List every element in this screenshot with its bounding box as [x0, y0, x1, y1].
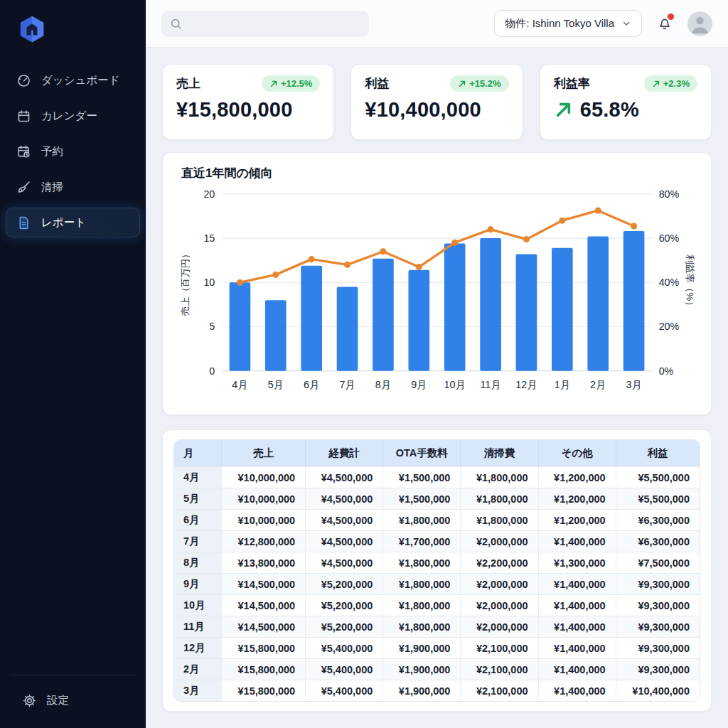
- sidebar-item-label: 清掃: [41, 180, 63, 195]
- table-cell: ¥1,400,000: [538, 573, 616, 594]
- table-cell-month: 9月: [174, 573, 221, 594]
- table-row: 9月¥14,500,000¥5,200,000¥1,800,000¥2,000,…: [174, 573, 700, 594]
- kpi-change-badge: +12.5%: [262, 75, 320, 92]
- kpi-label: 利益率: [554, 75, 590, 92]
- table-cell: ¥4,500,000: [305, 552, 382, 573]
- property-select[interactable]: 物件: Ishinn Tokyo Villa: [494, 10, 642, 37]
- table-cell: ¥2,000,000: [460, 616, 537, 637]
- table-cell: ¥5,200,000: [305, 573, 382, 594]
- table-cell: ¥5,500,000: [616, 466, 700, 488]
- kpi-change-value: +12.5%: [281, 78, 312, 89]
- table-cell-month: 7月: [174, 530, 221, 552]
- svg-text:40%: 40%: [659, 277, 680, 288]
- sidebar-settings: 設定: [6, 685, 140, 715]
- table-cell: ¥2,200,000: [460, 552, 537, 573]
- search-input[interactable]: [188, 18, 360, 29]
- table-cell: ¥5,400,000: [305, 680, 382, 701]
- table-row: 12月¥15,800,000¥5,400,000¥1,900,000¥2,100…: [174, 637, 700, 658]
- notifications-button[interactable]: [653, 12, 676, 35]
- table-cell: ¥9,300,000: [616, 594, 700, 616]
- kpi-value: ¥10,400,000: [365, 98, 481, 122]
- svg-text:7月: 7月: [339, 379, 355, 390]
- table-cell: ¥5,400,000: [305, 658, 382, 680]
- table-cell: ¥2,100,000: [460, 658, 537, 680]
- table-cell: ¥2,000,000: [460, 530, 537, 552]
- svg-text:4月: 4月: [232, 379, 247, 390]
- svg-text:11月: 11月: [480, 379, 500, 390]
- topbar: 物件: Ishinn Tokyo Villa: [146, 0, 728, 48]
- table-cell: ¥1,800,000: [382, 573, 460, 594]
- table-cell: ¥1,900,000: [382, 658, 460, 680]
- table-cell: ¥9,300,000: [616, 573, 700, 594]
- table-row: 7月¥12,800,000¥4,500,000¥1,700,000¥2,000,…: [174, 530, 700, 552]
- user-avatar[interactable]: [687, 11, 712, 36]
- sidebar-item-reports[interactable]: レポート: [6, 208, 140, 237]
- table-cell: ¥1,500,000: [382, 466, 460, 488]
- table-cell: ¥1,900,000: [382, 637, 460, 658]
- sidebar-item-reservations[interactable]: 予約: [6, 136, 140, 166]
- table-cell: ¥4,500,000: [305, 530, 382, 552]
- svg-text:売上（百万円）: 売上（百万円）: [180, 250, 191, 316]
- sidebar-item-calendar[interactable]: カレンダー: [6, 101, 140, 131]
- table-cell-month: 4月: [174, 466, 221, 488]
- sidebar-divider: [10, 675, 136, 675]
- svg-text:8月: 8月: [375, 379, 391, 390]
- sidebar-item-dashboard[interactable]: ダッシュボード: [6, 65, 140, 95]
- report-icon: [16, 215, 31, 230]
- table-cell-month: 6月: [174, 509, 221, 530]
- svg-text:6月: 6月: [304, 379, 319, 390]
- table-cell: ¥1,200,000: [538, 509, 616, 530]
- svg-text:12月: 12月: [515, 379, 537, 390]
- table-cell: ¥1,200,000: [538, 488, 616, 509]
- table-cell: ¥1,900,000: [382, 680, 460, 701]
- property-select-label: 物件: Ishinn Tokyo Villa: [505, 17, 614, 31]
- table-cell: ¥4,500,000: [305, 509, 382, 530]
- kpi-row: 売上+12.5%¥15,800,000利益+15.2%¥10,400,000利益…: [162, 64, 712, 140]
- calendar-icon: [16, 108, 31, 124]
- svg-text:5: 5: [209, 321, 215, 332]
- trend-up-big-icon: [554, 100, 573, 119]
- kpi-card-2: 利益率+2.3%65.8%: [540, 64, 712, 140]
- gear-icon: [21, 692, 37, 708]
- table-cell: ¥1,200,000: [538, 466, 616, 488]
- table-header-cell: 売上: [221, 440, 305, 466]
- kpi-label: 売上: [176, 75, 200, 92]
- search-box[interactable]: [161, 11, 369, 37]
- table-cell: ¥14,500,000: [221, 594, 305, 616]
- sidebar-item-cleaning[interactable]: 清掃: [6, 172, 140, 202]
- table-cell: ¥15,800,000: [221, 680, 305, 701]
- table-cell: ¥15,800,000: [221, 637, 305, 658]
- table-cell: ¥5,400,000: [305, 637, 382, 658]
- dashboard-icon: [16, 73, 31, 88]
- notification-dot: [668, 14, 674, 20]
- table-cell: ¥1,300,000: [538, 552, 616, 573]
- kpi-card-1: 利益+15.2%¥10,400,000: [350, 64, 523, 140]
- table-cell-month: 11月: [174, 616, 221, 637]
- table-row: 6月¥10,000,000¥4,500,000¥1,800,000¥1,800,…: [174, 509, 700, 530]
- table-cell: ¥1,400,000: [538, 616, 616, 637]
- table-cell: ¥10,400,000: [616, 680, 700, 701]
- app-logo[interactable]: [0, 10, 146, 65]
- trend-up-icon: [458, 80, 466, 88]
- table-header-row: 月売上経費計OTA手数料清掃費その他利益: [174, 440, 700, 466]
- kpi-change-value: +15.2%: [469, 78, 500, 89]
- table-cell: ¥1,800,000: [382, 509, 460, 530]
- trend-chart-card: 直近1年間の傾向 051015200%20%40%60%80%売上（百万円）利益…: [162, 152, 712, 415]
- table-cell: ¥9,300,000: [616, 616, 700, 637]
- table-cell-month: 5月: [174, 488, 221, 509]
- table-cell: ¥1,700,000: [382, 530, 460, 552]
- table-cell: ¥2,100,000: [460, 680, 537, 701]
- table-header-cell: 利益: [616, 440, 700, 466]
- sidebar-item-label: カレンダー: [41, 109, 97, 124]
- table-cell-month: 12月: [174, 637, 221, 658]
- trend-chart-svg: 051015200%20%40%60%80%売上（百万円）利益率（%）4月5月6…: [177, 184, 697, 406]
- sidebar-spacer: [0, 237, 146, 675]
- sidebar-item-settings[interactable]: 設定: [11, 685, 134, 715]
- table-cell-month: 8月: [174, 552, 221, 573]
- svg-text:80%: 80%: [659, 188, 680, 200]
- table-cell: ¥14,500,000: [221, 616, 305, 637]
- table-cell: ¥5,200,000: [305, 616, 382, 637]
- table-row: 4月¥10,000,000¥4,500,000¥1,500,000¥1,800,…: [174, 466, 700, 488]
- table-cell: ¥9,300,000: [616, 658, 700, 680]
- trend-up-icon: [269, 80, 278, 88]
